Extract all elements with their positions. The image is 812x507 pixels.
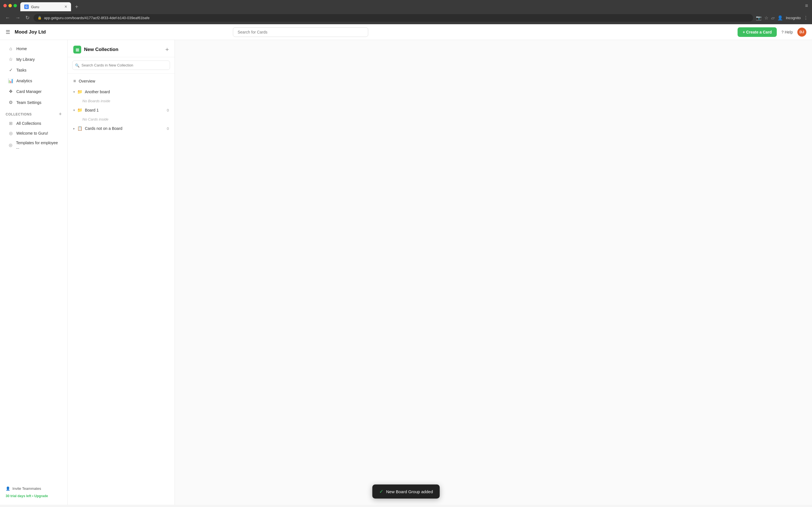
sidebar-item-my-library[interactable]: ☆ My Library [2, 54, 65, 64]
sidebar: ⌂ Home ☆ My Library ✓ Tasks 📊 Analytics … [0, 40, 68, 505]
create-card-button[interactable]: + Create a Card [738, 27, 777, 37]
collection-header: ▦ New Collection + [68, 40, 174, 57]
board-group-board1-header[interactable]: ▾ 📁 Board 1 0 [68, 105, 174, 115]
chevron-down-icon: ▾ [73, 90, 75, 94]
sidebar-item-tasks[interactable]: ✓ Tasks [2, 65, 65, 75]
lock-icon: 🔒 [38, 16, 42, 20]
sidebar-item-label: My Library [16, 57, 35, 62]
invite-icon: 👤 [6, 487, 10, 491]
collection-panel: ▦ New Collection + 🔍 ≡ Overview [68, 40, 175, 505]
collection-item-label: Templates for employee ... [16, 140, 59, 150]
header-actions: + Create a Card ? Help DJ [738, 27, 806, 37]
toast-notification: ✓ New Board Group added [372, 485, 440, 499]
collection-search: 🔍 [68, 57, 174, 73]
tab-title: Guru [31, 5, 39, 9]
bookmark-icon[interactable]: ☆ [764, 15, 768, 20]
board-group-another-board: ▾ 📁 Another board No Boards inside [68, 87, 174, 105]
sidebar-item-label: Home [16, 47, 27, 51]
trial-text: 30 trial days left • Upgrade [6, 494, 48, 498]
collection-title: New Collection [84, 47, 118, 52]
collection-icon-symbol: ▦ [75, 47, 79, 52]
toast-message: New Board Group added [386, 489, 433, 494]
board-group-unassigned: ▸ 📋 Cards not on a Board 0 [68, 123, 174, 134]
my-library-icon: ☆ [8, 57, 13, 62]
chevron-right-icon: ▸ [73, 127, 75, 130]
brand-name: Mood Joy Ltd [15, 29, 46, 35]
tab-close-button[interactable]: × [64, 4, 67, 9]
board-list: ≡ Overview ▾ 📁 Another board No Boards i… [68, 73, 174, 136]
new-tab-button[interactable]: + [72, 3, 81, 11]
board-group-another-board-header[interactable]: ▾ 📁 Another board [68, 87, 174, 97]
search-input[interactable] [233, 27, 368, 37]
add-collection-button[interactable]: + [59, 111, 62, 117]
welcome-icon: ◎ [8, 131, 13, 136]
toast-check-icon: ✓ [379, 489, 384, 495]
sidebar-item-card-manager[interactable]: ❖ Card Manager [2, 86, 65, 97]
traffic-light-green[interactable] [13, 4, 17, 7]
board-group-unassigned-header[interactable]: ▸ 📋 Cards not on a Board 0 [68, 123, 174, 134]
sidebar-item-analytics[interactable]: 📊 Analytics [2, 75, 65, 86]
browser-overflow-icon[interactable]: ⋮ [804, 15, 808, 20]
help-icon: ? [781, 30, 783, 34]
browser-tab[interactable]: G Guru × [20, 2, 71, 11]
split-view-icon[interactable]: ▱ [771, 15, 774, 20]
overview-icon: ≡ [73, 78, 76, 83]
forward-button[interactable]: → [14, 14, 21, 22]
sidebar-item-home[interactable]: ⌂ Home [2, 44, 65, 54]
collection-search-input[interactable] [72, 61, 170, 70]
analytics-icon: 📊 [8, 78, 13, 83]
board-name: Another board [85, 90, 169, 94]
avatar[interactable]: DJ [797, 27, 806, 37]
hamburger-icon[interactable]: ☰ [6, 29, 10, 35]
add-board-button[interactable]: + [165, 46, 169, 53]
traffic-light-red[interactable] [3, 4, 7, 7]
reload-button[interactable]: ↻ [24, 13, 31, 22]
invite-teammates-button[interactable]: 👤 Invite Teammates [6, 485, 62, 492]
board-name: Board 1 [85, 108, 165, 112]
no-boards-inside-label: No Boards inside [68, 97, 174, 105]
sidebar-item-label: Team Settings [16, 100, 42, 105]
sidebar-item-label: Card Manager [16, 89, 42, 94]
traffic-light-yellow[interactable] [8, 4, 12, 7]
help-label: Help [784, 30, 793, 34]
invite-label: Invite Teammates [12, 487, 41, 491]
templates-icon: ◎ [8, 143, 13, 148]
board-count: 0 [167, 126, 169, 131]
special-board-icon: 📋 [77, 126, 83, 131]
board-name: Cards not on a Board [85, 126, 165, 131]
tasks-icon: ✓ [8, 67, 13, 73]
address-text: app.getguru.com/boards/4177acf2-8f33-4de… [44, 16, 749, 20]
collection-icon: ▦ [73, 46, 81, 54]
trial-upgrade-button[interactable]: 30 trial days left • Upgrade [6, 494, 62, 498]
incognito-label: Incognito [786, 16, 801, 20]
main-right-panel [175, 40, 812, 505]
board-count: 0 [167, 108, 169, 112]
folder-icon: 📁 [77, 89, 83, 94]
address-bar[interactable]: 🔒 app.getguru.com/boards/4177acf2-8f33-4… [34, 14, 753, 22]
no-cards-inside-label: No Cards inside [68, 115, 174, 123]
collections-section: Collections + [0, 108, 67, 118]
home-icon: ⌂ [8, 46, 13, 51]
back-button[interactable]: ← [4, 14, 11, 22]
sidebar-collection-welcome[interactable]: ◎ Welcome to Guru! [2, 128, 65, 138]
browser-menu-icon[interactable]: ≡ [805, 3, 808, 8]
sidebar-item-label: Analytics [16, 78, 32, 83]
sidebar-item-label: Tasks [16, 68, 27, 72]
collections-label: Collections [6, 112, 32, 116]
sidebar-footer: 👤 Invite Teammates 30 trial days left • … [0, 482, 67, 501]
team-settings-icon: ⚙ [8, 100, 13, 105]
overview-item[interactable]: ≡ Overview [68, 76, 174, 87]
collection-item-label: All Collections [16, 121, 41, 126]
help-button[interactable]: ? Help [781, 30, 793, 34]
collection-item-label: Welcome to Guru! [16, 131, 48, 135]
collection-title-row: ▦ New Collection [73, 46, 118, 54]
header-search [233, 27, 368, 37]
tab-favicon: G [24, 4, 29, 9]
profile-icon[interactable]: 👤 [777, 15, 783, 20]
overview-label: Overview [79, 79, 95, 83]
sidebar-collection-templates[interactable]: ◎ Templates for employee ... [2, 138, 65, 152]
sidebar-item-team-settings[interactable]: ⚙ Team Settings [2, 97, 65, 108]
camera-off-icon: 📷 [756, 15, 762, 20]
app-header: ☰ Mood Joy Ltd + Create a Card ? Help DJ [0, 24, 812, 40]
sidebar-collection-all[interactable]: ⊞ All Collections [2, 119, 65, 128]
